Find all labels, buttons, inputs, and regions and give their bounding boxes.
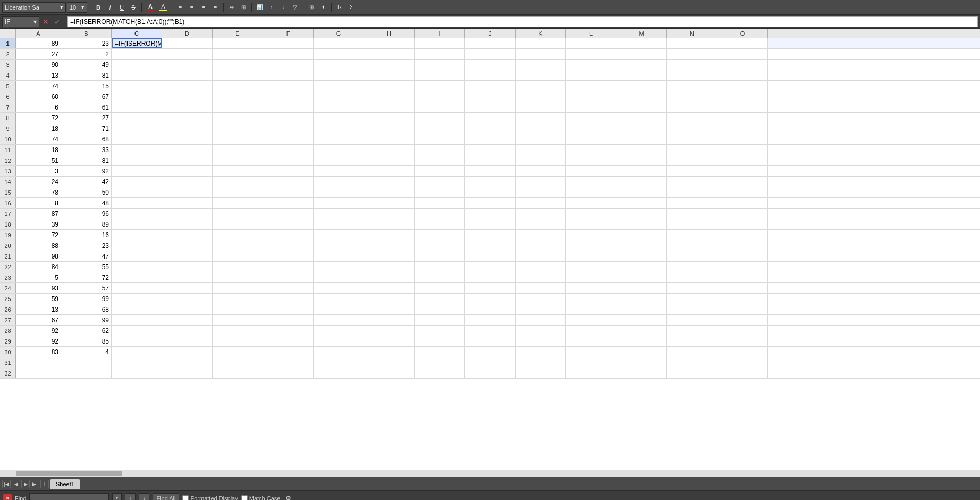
cell-n28[interactable] — [667, 326, 717, 336]
cell-g28[interactable] — [314, 326, 364, 336]
cell-n12[interactable] — [667, 155, 717, 165]
cell-i13[interactable] — [415, 166, 465, 176]
align-left-button[interactable]: ≡ — [175, 2, 185, 13]
cell-i10[interactable] — [415, 134, 465, 144]
cell-g10[interactable] — [314, 134, 364, 144]
cell-o17[interactable] — [717, 209, 768, 219]
cell-b8[interactable]: 27 — [61, 113, 112, 123]
cell-f22[interactable] — [263, 262, 314, 272]
match-case-label[interactable]: Match Case — [241, 495, 281, 501]
cell-g9[interactable] — [314, 123, 364, 134]
cell-f23[interactable] — [263, 272, 314, 282]
cell-m10[interactable] — [616, 134, 667, 144]
table-row[interactable]: 255999 — [0, 294, 980, 304]
cell-d8[interactable] — [162, 113, 213, 123]
cell-f26[interactable] — [263, 304, 314, 314]
cell-k12[interactable] — [516, 155, 566, 165]
cell-l30[interactable] — [566, 347, 616, 357]
cell-i22[interactable] — [415, 262, 465, 272]
cell-f30[interactable] — [263, 347, 314, 357]
underline-button[interactable]: U — [116, 2, 127, 13]
cell-n30[interactable] — [667, 347, 717, 357]
cell-o5[interactable] — [717, 81, 768, 91]
cell-c27[interactable] — [112, 315, 162, 325]
cell-l11[interactable] — [566, 145, 616, 155]
cell-c5[interactable] — [112, 81, 162, 91]
align-center-button[interactable]: ≡ — [187, 2, 197, 13]
cell-k19[interactable] — [516, 230, 566, 240]
cell-l25[interactable] — [566, 294, 616, 304]
cell-b19[interactable]: 16 — [61, 230, 112, 240]
cell-j15[interactable] — [465, 187, 516, 197]
cell-b16[interactable]: 48 — [61, 198, 112, 208]
cell-f1[interactable] — [263, 38, 314, 48]
table-row[interactable]: 2272 — [0, 49, 980, 60]
cell-m13[interactable] — [616, 166, 667, 176]
cell-j14[interactable] — [465, 177, 516, 187]
cell-o16[interactable] — [717, 198, 768, 208]
cell-i19[interactable] — [415, 230, 465, 240]
table-row[interactable]: 249357 — [0, 283, 980, 294]
cell-k5[interactable] — [516, 81, 566, 91]
cell-b5[interactable]: 15 — [61, 81, 112, 91]
cell-h22[interactable] — [364, 262, 415, 272]
cell-l8[interactable] — [566, 113, 616, 123]
cell-k20[interactable] — [516, 240, 566, 251]
cell-f16[interactable] — [263, 198, 314, 208]
table-row[interactable]: 57415 — [0, 81, 980, 91]
col-header-d[interactable]: D — [162, 29, 213, 38]
cell-l18[interactable] — [566, 219, 616, 229]
cell-f17[interactable] — [263, 209, 314, 219]
cell-a26[interactable]: 13 — [16, 304, 61, 314]
cell-n11[interactable] — [667, 145, 717, 155]
cell-d32[interactable] — [162, 368, 213, 378]
cell-o26[interactable] — [717, 304, 768, 314]
cell-m7[interactable] — [616, 102, 667, 112]
cell-o11[interactable] — [717, 145, 768, 155]
cell-m32[interactable] — [616, 368, 667, 378]
cell-i15[interactable] — [415, 187, 465, 197]
cell-e6[interactable] — [213, 91, 263, 102]
cell-o1[interactable] — [717, 38, 768, 48]
cell-m27[interactable] — [616, 315, 667, 325]
cell-c23[interactable] — [112, 272, 162, 282]
cell-f25[interactable] — [263, 294, 314, 304]
cell-c6[interactable] — [112, 91, 162, 102]
cell-h17[interactable] — [364, 209, 415, 219]
cell-m30[interactable] — [616, 347, 667, 357]
cell-h30[interactable] — [364, 347, 415, 357]
cell-i7[interactable] — [415, 102, 465, 112]
col-header-m[interactable]: M — [616, 29, 667, 38]
cell-a2[interactable]: 27 — [16, 49, 61, 59]
cell-b12[interactable]: 81 — [61, 155, 112, 165]
cell-a1[interactable]: 89 — [16, 38, 61, 48]
cell-m4[interactable] — [616, 70, 667, 80]
cell-g16[interactable] — [314, 198, 364, 208]
align-right-button[interactable]: ≡ — [198, 2, 209, 13]
cell-j26[interactable] — [465, 304, 516, 314]
cell-j10[interactable] — [465, 134, 516, 144]
cell-b15[interactable]: 50 — [61, 187, 112, 197]
cell-i23[interactable] — [415, 272, 465, 282]
cell-f15[interactable] — [263, 187, 314, 197]
cell-j16[interactable] — [465, 198, 516, 208]
cell-f19[interactable] — [263, 230, 314, 240]
table-row[interactable]: 157850 — [0, 187, 980, 198]
cell-i20[interactable] — [415, 240, 465, 251]
cell-h26[interactable] — [364, 304, 415, 314]
cell-l27[interactable] — [566, 315, 616, 325]
cell-c13[interactable] — [112, 166, 162, 176]
cell-k7[interactable] — [516, 102, 566, 112]
cell-j6[interactable] — [465, 91, 516, 102]
cell-l22[interactable] — [566, 262, 616, 272]
cell-ref-box[interactable]: IF ▾ — [2, 16, 39, 27]
cell-n17[interactable] — [667, 209, 717, 219]
cell-m15[interactable] — [616, 187, 667, 197]
cell-d1[interactable] — [162, 38, 213, 48]
cell-g20[interactable] — [314, 240, 364, 251]
cell-a24[interactable]: 93 — [16, 283, 61, 293]
cell-e7[interactable] — [213, 102, 263, 112]
formula-input[interactable] — [67, 16, 978, 27]
cell-k1[interactable] — [516, 38, 566, 48]
cell-a30[interactable]: 83 — [16, 347, 61, 357]
